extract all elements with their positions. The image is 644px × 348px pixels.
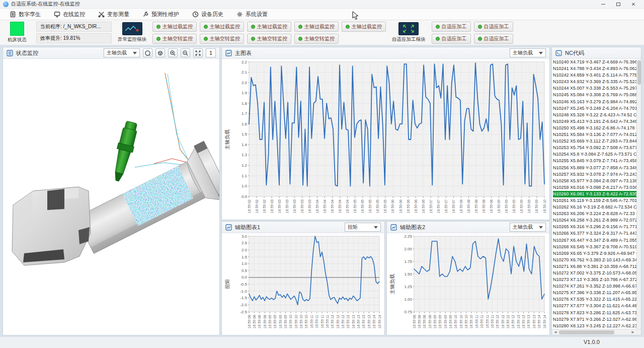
spindle-overload-monitor-button-5[interactable]: 主轴过载监控 — [342, 22, 386, 32]
minimize-button[interactable] — [596, 1, 611, 8]
nc-code-list[interactable]: N10240 X4.719 Y-3.467 Z-4.669 A-76.396N1… — [552, 59, 641, 329]
main-chart[interactable]: 0.91.01.11.21.31.41.51.61.71.81.92.02.12… — [233, 59, 549, 219]
nc-line[interactable]: N10247 X5.245 Y-3.249 Z-6.204 A-74.701 — [553, 105, 641, 112]
nc-line[interactable]: N10271 X6.88 Y-3.381 Z-10.359 A-68.711 — [553, 263, 641, 270]
status-metric-dropdown[interactable]: 主轴负载 — [104, 48, 140, 57]
aux-chart1-title: 辅助图表1 — [235, 224, 260, 231]
fit-view-button[interactable] — [193, 48, 203, 57]
nc-line[interactable]: N10243 X4.932 Y-3.369 Z-5.335 A-75.523 — [553, 79, 641, 85]
zoom-in-button[interactable] — [168, 48, 178, 57]
svg-text:16:59:06: 16:59:06 — [407, 199, 410, 213]
svg-text:16:59:02: 16:59:02 — [255, 199, 259, 213]
adaptive-machining-button-b-1[interactable]: 自适应加工 — [432, 34, 471, 44]
nc-line[interactable]: N10277 X7.677 Y-3.304 Z-11.621 A-64.48 — [553, 303, 641, 309]
spindle-overload-monitor-button-3[interactable]: 主轴过载监控 — [247, 22, 291, 32]
menu-item-5[interactable]: 设备历史 — [187, 9, 229, 20]
nc-line[interactable]: N10241 X4.788 Y-3.434 Z-4.893 A-76.062 — [553, 65, 641, 72]
nc-line[interactable]: N10254 X5.8 Y-3.084 Z-7.625 A-73.571 C — [553, 151, 641, 158]
svg-text:16:59:05: 16:59:05 — [383, 199, 387, 213]
nc-line[interactable]: N10245 X5.084 Y-3.308 Z-5.769 A-75.088 — [553, 92, 641, 98]
fixture-block — [12, 187, 91, 265]
nc-line[interactable]: N10240 X4.719 Y-3.467 Z-4.669 A-76.396 — [553, 59, 641, 65]
aux-chart1[interactable]: -2.5-2.0-1.5-1.0-0.50.00.51.01.52.02.53.… — [233, 233, 384, 334]
nc-line[interactable]: N10251 X5.584 Y-3.136 Z-7.077 A-74.012 — [553, 131, 641, 138]
nc-line[interactable]: N10252 X5.669 Y-3.112 Z-7.293 A-73.844 — [553, 138, 641, 145]
nc-line[interactable]: N10246 X5.163 Y-3.279 Z-5.984 A-74.892 — [553, 99, 641, 105]
nc-line[interactable]: N10280 X8.123 Y-3.245 Z-12.227 A-62.23 — [553, 323, 641, 329]
nc-line[interactable]: N10250 X5.498 Y-3.162 Z-6.86 A-74.178 C — [553, 125, 641, 131]
nc-line[interactable]: N10261 X6.119 Y-3.159 Z-8.546 A-72.701 — [553, 197, 641, 204]
aux-chart1-metric-dropdown[interactable]: 扭矩 — [345, 223, 381, 232]
spindle-overload-monitor-button-2[interactable]: 主轴过载监控 — [200, 22, 244, 32]
maximize-button[interactable] — [611, 1, 626, 8]
spindle-idle-monitor-button-2[interactable]: 主轴空转监控 — [200, 34, 244, 44]
adaptive-machining-button-2[interactable]: 自适应加工 — [474, 22, 513, 32]
svg-text:1.5: 1.5 — [242, 132, 248, 136]
nc-line[interactable]: N10274 X7.261 Y-3.352 Z-10.998 A-66.67 — [553, 283, 641, 290]
aux-chart2-panel: 辅助图表2 主轴负载 主轴负载 0.751.001.251.501.752.00… — [386, 221, 550, 335]
nc-vscroll-thumb[interactable] — [637, 60, 641, 85]
nc-line[interactable]: N10242 X4.859 Y-3.401 Z-5.114 A-75.775 — [553, 72, 641, 79]
nc-line[interactable]: N10265 X6.316 Y-3.296 Z-9.156 A-71.771 — [553, 224, 641, 230]
nc-line[interactable]: N10273 X7.13 Y-3.365 Z-10.786 A-67.372 — [553, 276, 641, 283]
spindle-overload-monitor-button-4[interactable]: 主轴过载监控 — [294, 22, 339, 32]
close-button[interactable]: ✕ — [626, 1, 641, 8]
scroll-right-icon[interactable]: ► — [631, 330, 635, 334]
nc-horizontal-scrollbar[interactable]: ◄ ► — [552, 329, 641, 335]
spindle-overload-monitor-button-1[interactable]: 主轴过载监控 — [152, 22, 197, 32]
abnormal-module-block[interactable]: 异常监控模块 — [118, 22, 146, 43]
nc-line[interactable]: N10275 X7.396 Y-3.338 Z-11.207 A-65.95 — [553, 290, 641, 296]
adaptive-module-block[interactable]: 自适应加工模块 — [392, 22, 426, 43]
nc-line[interactable]: N10270 X6.762 Y-3.383 Z-10.143 A-69.34 — [553, 257, 641, 263]
nc-line[interactable]: N10257 X5.932 Y-3.078 Z-7.974 A-73.243 — [553, 171, 641, 178]
nc-line[interactable]: N10262 X6.16 Y-3.19 Z-8.682 A-72.534 C — [553, 204, 641, 211]
svg-text:16:59:06: 16:59:06 — [399, 199, 403, 213]
svg-text:16:59:07: 16:59:07 — [452, 199, 455, 213]
nc-line-selected[interactable]: N10260 X6.081 Y-3.133 Z-8.422 A-72.835 — [553, 191, 641, 197]
nc-line[interactable]: N10258 X5.977 Y-3.084 Z-8.097 A-73.138 — [553, 178, 641, 184]
nc-line[interactable]: N10268 X6.545 Y-3.367 Z-9.708 A-70.519 — [553, 244, 641, 250]
spindle-idle-monitor-button-3[interactable]: 主轴空转监控 — [247, 34, 291, 44]
aux-chart2-metric-dropdown[interactable]: 主轴负载 — [510, 223, 546, 232]
nc-hscroll-thumb[interactable] — [559, 330, 614, 334]
nc-line[interactable]: N10279 X7.971 Y-3.266 Z-12.027 A-62.98 — [553, 316, 641, 323]
rotate-view-button[interactable] — [155, 48, 165, 57]
svg-text:16:59:09: 16:59:09 — [527, 199, 531, 213]
menu-item-3[interactable]: 变形测量 — [93, 9, 135, 20]
menu-item-2[interactable]: 在线监控 — [48, 9, 91, 20]
view-scale-input[interactable] — [206, 48, 216, 57]
nc-line[interactable]: N10244 X5.007 Y-3.338 Z-5.553 A-75.297 — [553, 85, 641, 92]
nc-line[interactable]: N10259 X6.016 Y-3.098 Z-8.217 A-73.036 — [553, 184, 641, 191]
model-3d-viewport[interactable] — [3, 59, 219, 335]
aux-chart2[interactable]: 0.751.001.251.501.752.002.2516:59:0816:5… — [398, 233, 549, 334]
zoom-out-button[interactable] — [181, 48, 190, 57]
menu-item-1[interactable]: 数字孪生 — [4, 9, 46, 20]
nc-line[interactable]: N10266 X6.377 Y-3.324 Z-9.317 A-71.443 — [553, 230, 641, 237]
adaptive-machining-button-b-2[interactable]: 自适应加工 — [474, 34, 513, 44]
nc-line[interactable]: N10269 X6.65 Y-3.379 Z-9.926 A-69.947 C — [553, 250, 641, 257]
nc-vertical-scrollbar[interactable] — [636, 59, 641, 329]
menu-item-4[interactable]: 预测性维护 — [137, 9, 185, 20]
main-chart-metric-dropdown[interactable]: 主轴负载 — [510, 48, 546, 57]
spindle-idle-monitor-button-4[interactable]: 主轴空转监控 — [294, 34, 339, 44]
nc-line[interactable]: N10267 X6.447 Y-3.347 Z-9.489 A-71.055 — [553, 237, 641, 244]
nc-line[interactable]: N10249 X5.413 Y-3.191 Z-6.642 A-74.346 — [553, 118, 641, 125]
svg-text:-2.5: -2.5 — [240, 310, 247, 314]
nc-line[interactable]: N10272 X7.002 Y-3.375 Z-10.573 A-68.05 — [553, 270, 641, 276]
nc-line[interactable]: N10263 X6.206 Y-3.224 Z-8.828 A-72.33 C — [553, 211, 641, 217]
pan-view-button[interactable] — [143, 48, 152, 57]
nc-line[interactable]: N10278 X7.823 Y-3.286 Z-11.825 A-63.73 — [553, 310, 641, 316]
nc-line[interactable]: N10256 X5.889 Y-3.077 Z-7.858 A-73.348 — [553, 165, 641, 171]
svg-text:16:59:09: 16:59:09 — [438, 315, 442, 328]
nc-line[interactable]: N10248 X5.328 Y-3.22 Z-6.423 A-74.52 C — [553, 112, 641, 118]
scroll-left-icon[interactable]: ◄ — [553, 330, 557, 334]
menu-item-6[interactable]: 系统设置 — [231, 9, 273, 20]
nc-line[interactable]: N10253 X5.754 Y-3.092 Z-7.508 A-73.677 — [553, 145, 641, 151]
nc-line[interactable]: N10255 X5.845 Y-3.079 Z-7.741 A-73.458 — [553, 158, 641, 164]
svg-text:16:59:10: 16:59:10 — [464, 315, 468, 328]
adaptive-machining-button-1[interactable]: 自适应加工 — [432, 22, 471, 32]
spindle-idle-monitor-button-1[interactable]: 主轴空转监控 — [152, 34, 197, 44]
nc-line[interactable]: N10276 X7.535 Y-3.322 Z-11.415 A-65.22 — [553, 296, 641, 303]
gear-icon — [236, 11, 243, 18]
nc-line[interactable]: N10264 X6.258 Y-3.261 Z-8.989 A-72.072 — [553, 217, 641, 224]
